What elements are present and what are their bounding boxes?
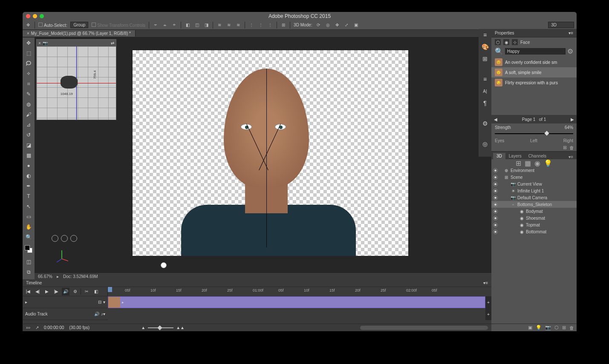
- distribute-6-icon[interactable]: ⋮: [267, 22, 273, 28]
- add-audio-track-button[interactable]: +: [485, 308, 491, 320]
- auto-align-icon[interactable]: ⊞: [280, 22, 286, 28]
- secondary-view[interactable]: × 📷 ⇄ 1048.19 1048.19 759.4: [36, 39, 116, 120]
- distribute-2-icon[interactable]: ≋: [226, 22, 232, 28]
- quickmask-tool[interactable]: ◫: [25, 258, 32, 266]
- align-vcenter-icon[interactable]: ⫨: [162, 22, 168, 28]
- hand-tool[interactable]: ✋: [25, 223, 32, 231]
- tree-row[interactable]: ◉Topmat: [491, 221, 577, 228]
- timeline-scrollbar[interactable]: [360, 326, 488, 330]
- coord-icon[interactable]: ⊹: [512, 39, 518, 45]
- expression-item[interactable]: 😏Flirty expression with a purs: [491, 77, 577, 88]
- filter-light-icon[interactable]: 💡: [544, 159, 552, 167]
- screenmode-tool[interactable]: ⧉: [25, 268, 32, 276]
- camera-icon[interactable]: 📷: [545, 325, 551, 330]
- 3d-scale-icon[interactable]: ▣: [353, 22, 359, 28]
- lasso-tool[interactable]: [25, 60, 32, 67]
- delete-expr-icon[interactable]: 🗑: [569, 145, 574, 150]
- doc-expand-icon[interactable]: ▸: [57, 274, 59, 279]
- type-tool[interactable]: T: [25, 192, 32, 200]
- tree-row[interactable]: ◉Shoesmat: [491, 215, 577, 221]
- settings-button[interactable]: ⚙: [71, 288, 79, 295]
- color-panel-icon[interactable]: 🎨: [481, 43, 489, 51]
- typography-panel-icon[interactable]: A|: [481, 87, 489, 95]
- render-icon[interactable]: ▣: [528, 325, 532, 330]
- visibility-toggle[interactable]: [493, 189, 498, 193]
- 3d-orbit-icon[interactable]: ⟳: [315, 22, 321, 28]
- search-settings-icon[interactable]: ⚙: [567, 47, 573, 55]
- wand-tool[interactable]: ✧: [25, 70, 32, 77]
- adjustments-panel-icon[interactable]: ⚙: [481, 119, 489, 128]
- tree-row[interactable]: ⊞Scene: [491, 174, 577, 181]
- 3d-orbit-widget-icon[interactable]: [52, 235, 58, 242]
- prev-page-icon[interactable]: ◀: [491, 117, 500, 122]
- document-tab[interactable]: ×My_Fuse_Model(1).psd @ 66.7% (Layer 1, …: [23, 30, 136, 37]
- align-bottom-icon[interactable]: ⫩: [171, 22, 177, 28]
- tab-3d[interactable]: 3D: [493, 153, 505, 159]
- audio-menu-icon[interactable]: ♪▾: [101, 312, 105, 316]
- close-tab-icon[interactable]: ×: [27, 31, 29, 36]
- first-frame-button[interactable]: |◀: [24, 288, 32, 295]
- zoom-tool[interactable]: 🔍: [25, 233, 32, 241]
- tree-row[interactable]: ☀Infinite Light 1: [491, 187, 577, 194]
- tree-row[interactable]: ▫Bottoms_Skeleton: [491, 201, 577, 208]
- filter-all-icon[interactable]: ⊞: [516, 159, 521, 167]
- mesh-icon[interactable]: ⬡: [495, 39, 501, 45]
- timeline-mode-icon[interactable]: ›››: [26, 325, 30, 330]
- tree-row[interactable]: ⊕Environment: [491, 167, 577, 174]
- timeline-ruler[interactable]: 05f10f15f20f25f01:00f05f10f15f20f25f02:0…: [108, 287, 491, 296]
- axis-widget[interactable]: [53, 246, 70, 263]
- tree-row[interactable]: ◉Bottommat: [491, 228, 577, 235]
- expression-item[interactable]: 🙂A soft, simple smile: [491, 67, 577, 77]
- light-icon[interactable]: 💡: [536, 325, 542, 330]
- swatches-panel-icon[interactable]: ⊞: [481, 54, 489, 63]
- marquee-tool[interactable]: ⬚: [25, 49, 32, 57]
- distribute-4-icon[interactable]: ⋮: [248, 22, 254, 28]
- show-transform-checkbox[interactable]: Show Transform Controls: [92, 23, 145, 28]
- next-page-icon[interactable]: ▶: [568, 117, 577, 122]
- current-time[interactable]: 0:00:00:00: [44, 325, 64, 330]
- mesh-icon[interactable]: ⬡: [554, 325, 559, 330]
- camera-icon[interactable]: 📷: [43, 41, 48, 46]
- panel-menu-icon[interactable]: ▾≡: [483, 281, 488, 285]
- panel-menu-icon[interactable]: ▾≡: [569, 31, 573, 35]
- eyedropper-tool[interactable]: ✎: [25, 90, 32, 98]
- filter-mat-icon[interactable]: ◉: [534, 159, 540, 167]
- add-video-track-button[interactable]: +: [485, 296, 491, 308]
- swap-view-icon[interactable]: ⇄: [111, 41, 114, 46]
- playhead[interactable]: [108, 287, 112, 292]
- paragraph-panel-icon[interactable]: ¶: [481, 99, 489, 107]
- tab-layers[interactable]: Layers: [505, 153, 525, 159]
- tab-channels[interactable]: Channels: [525, 153, 550, 159]
- close-icon[interactable]: [26, 14, 30, 18]
- auto-select-dropdown[interactable]: Group: [70, 22, 88, 28]
- tree-row[interactable]: ◉Bodymat: [491, 208, 577, 215]
- libraries-panel-icon[interactable]: ◎: [481, 140, 489, 148]
- tree-row[interactable]: 📷Default Camera: [491, 194, 577, 201]
- crop-tool[interactable]: ⌗: [25, 80, 32, 88]
- fg-swatch[interactable]: [25, 245, 30, 250]
- align-left-icon[interactable]: ◧: [185, 22, 190, 28]
- history-panel-icon[interactable]: ≡: [481, 31, 489, 39]
- 3d-slide-icon[interactable]: ⤢: [343, 22, 349, 28]
- tree-row[interactable]: 📷Current View: [491, 181, 577, 187]
- audio-track-header[interactable]: Audio Track 🔊♪▾: [23, 308, 108, 320]
- visibility-toggle[interactable]: [493, 175, 498, 180]
- panel-menu-icon[interactable]: ▾≡: [567, 155, 575, 159]
- visibility-toggle[interactable]: [493, 229, 498, 234]
- 3d-pan-widget-icon[interactable]: [61, 235, 68, 242]
- track-options-icon[interactable]: ⊟: [98, 300, 101, 304]
- blur-tool[interactable]: ●: [25, 162, 32, 169]
- distribute-3-icon[interactable]: ≋: [235, 22, 241, 28]
- visibility-toggle[interactable]: [493, 168, 498, 173]
- transition-button[interactable]: ◧: [92, 288, 100, 295]
- path-tool[interactable]: ↖: [25, 203, 32, 210]
- new-icon[interactable]: ⊞: [562, 325, 566, 330]
- color-swatches[interactable]: [25, 245, 32, 253]
- ground-shadow-icon[interactable]: [161, 262, 167, 268]
- expression-item[interactable]: 😊An overly confident side sm: [491, 57, 577, 67]
- split-button[interactable]: ✂: [83, 288, 90, 295]
- strength-slider[interactable]: [495, 132, 573, 136]
- visibility-toggle[interactable]: [493, 209, 498, 214]
- expression-search-input[interactable]: [505, 48, 566, 54]
- visibility-toggle[interactable]: [493, 202, 498, 207]
